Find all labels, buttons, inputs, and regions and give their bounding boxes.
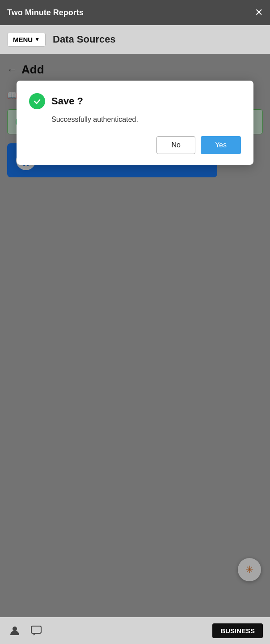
title-bar: Two Minute Reports ✕ [0,0,270,25]
modal-overlay: Save ? Successfully authenticated. No Ye… [0,54,270,617]
page-title: Data Sources [53,34,116,45]
svg-rect-1 [31,626,41,633]
main-content: ← Add 📖 How to connect Instagram Insight… [0,54,270,617]
menu-button[interactable]: MENU ▼ [7,33,46,47]
close-button[interactable]: ✕ [255,8,263,17]
business-badge[interactable]: BUSINESS [212,623,263,638]
dialog-title: Save ? [51,95,83,107]
chat-icon[interactable] [29,623,44,638]
header-bar: MENU ▼ Data Sources [0,25,270,54]
dialog-message: Successfully authenticated. [51,116,241,124]
dialog-success-icon [29,93,45,109]
dialog-yes-button[interactable]: Yes [201,136,241,154]
svg-point-0 [13,627,17,631]
save-dialog: Save ? Successfully authenticated. No Ye… [17,81,253,165]
menu-label: MENU [13,36,33,43]
chevron-down-icon: ▼ [34,36,40,43]
dialog-no-button[interactable]: No [156,136,195,154]
dialog-buttons: No Yes [29,136,241,154]
dialog-header: Save ? [29,93,241,109]
profile-icon[interactable] [7,623,22,638]
app-title: Two Minute Reports [7,8,84,17]
bottom-left-icons [7,623,44,638]
bottom-bar: BUSINESS [0,617,270,644]
